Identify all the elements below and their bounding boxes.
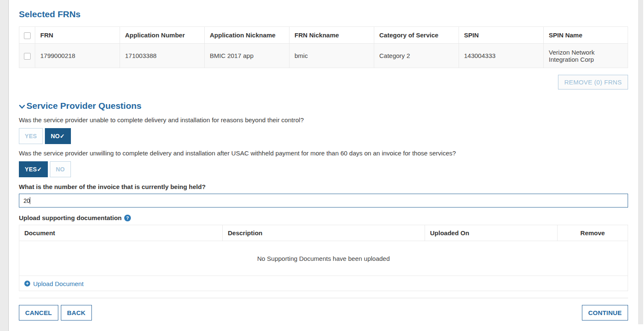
selected-frns-title: Selected FRNs xyxy=(19,9,628,19)
question-2-yes-button[interactable]: YES✓ xyxy=(19,161,48,177)
supporting-documents-table: Document Description Uploaded On Remove … xyxy=(19,225,628,291)
plus-circle-icon: + xyxy=(24,281,30,286)
question-2-no-button[interactable]: NO xyxy=(50,161,71,177)
column-header-spin-name: SPIN Name xyxy=(544,27,628,44)
upload-documentation-label-text: Upload supporting documentation xyxy=(19,214,122,221)
question-1-text: Was the service provider unable to compl… xyxy=(19,116,628,123)
column-header-document: Document xyxy=(19,225,223,241)
vertical-scrollbar[interactable] xyxy=(638,0,643,324)
row-checkbox[interactable] xyxy=(24,53,31,60)
footer-left-buttons: CANCEL BACK xyxy=(19,305,92,320)
column-header-remove: Remove xyxy=(558,225,628,241)
column-header-frn: FRN xyxy=(35,27,120,44)
help-icon[interactable]: ? xyxy=(124,215,131,221)
cell-frn-nickname: bmic xyxy=(289,44,374,68)
page-left-gutter xyxy=(0,0,9,331)
cell-spin-name: Verizon Network Integration Corp xyxy=(544,44,628,68)
question-1-yes-button[interactable]: YES xyxy=(19,128,43,144)
column-header-frn-nickname: FRN Nickname xyxy=(289,27,374,44)
remove-frns-button[interactable]: REMOVE (0) FRNS xyxy=(558,75,628,89)
main-content: Selected FRNs FRN Application Number App… xyxy=(9,0,638,320)
cell-application-nickname: BMIC 2017 app xyxy=(205,44,289,68)
continue-button[interactable]: CONTINUE xyxy=(582,305,628,320)
column-header-description: Description xyxy=(223,225,425,241)
select-all-header-cell xyxy=(19,27,35,44)
upload-document-link[interactable]: + Upload Document xyxy=(24,280,83,287)
question-2-text: Was the service provider unwilling to co… xyxy=(19,150,628,157)
no-documents-message: No Supporting Documents have been upload… xyxy=(19,241,628,276)
question-1-toggle-group: YES NO✓ xyxy=(19,128,628,144)
text-cursor xyxy=(30,197,30,204)
cell-application-number: 171003388 xyxy=(120,44,205,68)
cell-category-of-service: Category 2 xyxy=(374,44,459,68)
docs-table-header-row: Document Description Uploaded On Remove xyxy=(19,225,628,241)
chevron-down-icon[interactable] xyxy=(19,105,25,109)
service-provider-questions-title: Service Provider Questions xyxy=(19,101,628,111)
frn-table-row: 1799000218 171003388 BMIC 2017 app bmic … xyxy=(19,44,628,68)
docs-empty-row: No Supporting Documents have been upload… xyxy=(19,241,628,276)
remove-frns-row: REMOVE (0) FRNS xyxy=(19,75,628,89)
question-1-no-button[interactable]: NO✓ xyxy=(45,128,71,144)
column-header-uploaded-on: Uploaded On xyxy=(425,225,558,241)
invoice-number-label: What is the number of the invoice that i… xyxy=(19,183,628,190)
footer-divider xyxy=(19,298,628,298)
select-all-checkbox[interactable] xyxy=(24,32,31,39)
back-button[interactable]: BACK xyxy=(61,305,92,320)
column-header-spin: SPIN xyxy=(459,27,544,44)
section-title-text: Service Provider Questions xyxy=(26,101,141,111)
selected-frns-table: FRN Application Number Application Nickn… xyxy=(19,26,628,68)
invoice-number-input[interactable] xyxy=(19,194,628,208)
question-2-toggle-group: YES✓ NO xyxy=(19,161,628,177)
cell-frn: 1799000218 xyxy=(35,44,120,68)
frn-table-header-row: FRN Application Number Application Nickn… xyxy=(19,27,628,44)
footer-actions: CANCEL BACK CONTINUE xyxy=(19,305,628,320)
column-header-application-number: Application Number xyxy=(120,27,205,44)
cancel-button[interactable]: CANCEL xyxy=(19,305,58,320)
upload-document-link-label: Upload Document xyxy=(33,280,83,287)
invoice-number-input-wrap xyxy=(19,194,628,208)
cell-spin: 143004333 xyxy=(459,44,544,68)
upload-documentation-label: Upload supporting documentation ? xyxy=(19,214,628,221)
column-header-category-of-service: Category of Service xyxy=(374,27,459,44)
column-header-application-nickname: Application Nickname xyxy=(205,27,289,44)
upload-document-row: + Upload Document xyxy=(19,276,628,291)
row-checkbox-cell xyxy=(19,44,35,68)
